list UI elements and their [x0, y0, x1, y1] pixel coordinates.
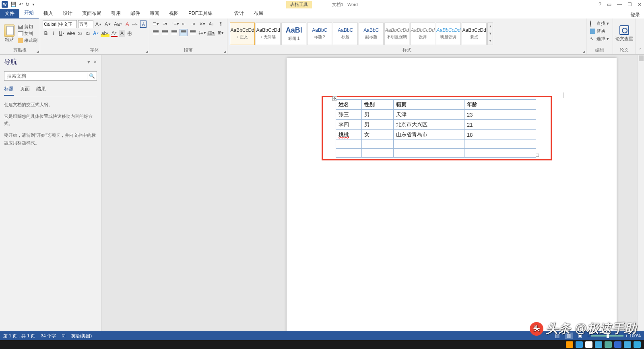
sort-button[interactable]: A↓ — [207, 20, 215, 27]
undo-icon[interactable]: ↶ — [19, 2, 23, 7]
table-resize-handle-icon[interactable] — [536, 154, 539, 157]
style-item[interactable]: AaBbCcDd要点 — [462, 23, 487, 45]
paragraph-launcher-icon[interactable]: ◢ — [223, 49, 226, 53]
text-effects-button[interactable]: A▾ — [92, 30, 99, 37]
tray-icon[interactable] — [566, 341, 573, 348]
nav-tab-pages[interactable]: 页面 — [20, 86, 30, 96]
nav-dropdown-icon[interactable]: ▼ — [87, 60, 91, 65]
shrink-font-button[interactable]: A▼ — [104, 21, 112, 28]
paste-button[interactable]: 粘贴 — [2, 24, 16, 43]
minimize-icon[interactable]: — — [617, 2, 622, 7]
close-icon[interactable]: ✕ — [638, 2, 642, 7]
tray-icon[interactable] — [595, 341, 602, 348]
login-link[interactable]: 登录 — [630, 10, 644, 18]
style-item[interactable]: AaBbCcDd↓ 正文 — [230, 23, 255, 45]
tab-view[interactable]: 视图 — [164, 8, 184, 18]
tab-pdf[interactable]: PDF工具集 — [184, 8, 217, 18]
indent-inc-button[interactable]: ⇥ — [189, 20, 197, 27]
borders-button[interactable]: ⊞▾ — [217, 29, 225, 36]
font-name-select[interactable] — [43, 20, 77, 28]
tab-insert[interactable]: 插入 — [39, 8, 58, 18]
scroll-thumb[interactable] — [639, 55, 644, 61]
clear-format-button[interactable]: A̶ — [124, 21, 130, 28]
grow-font-button[interactable]: A▲ — [95, 21, 103, 28]
style-item[interactable]: AaBbC标题 — [333, 23, 358, 45]
clipboard-launcher-icon[interactable]: ◢ — [36, 49, 39, 53]
highlight-button[interactable]: ab▾ — [101, 30, 109, 37]
nav-search-input[interactable] — [4, 72, 87, 80]
select-button[interactable]: ↖选择▾ — [589, 35, 610, 42]
tray-icon[interactable] — [614, 341, 621, 348]
styles-launcher-icon[interactable]: ◢ — [582, 49, 585, 53]
underline-button[interactable]: U▾ — [58, 30, 65, 37]
style-item[interactable]: AaBbCcDd不明显强调 — [384, 23, 409, 45]
line-spacing-button[interactable]: ‡≡▾ — [198, 29, 206, 36]
collapse-ribbon-icon[interactable]: ⌃ — [636, 18, 644, 54]
multilevel-button[interactable]: ⋮≡▾ — [170, 20, 178, 27]
page-info[interactable]: 第 1 页，共 1 页 — [3, 333, 35, 339]
data-table[interactable]: 姓名 性别 籍贯 年龄 张三男天津23 李四男北京市大兴区21 桃桃女山东省青岛… — [336, 99, 536, 158]
indent-dec-button[interactable]: ⇤ — [180, 20, 188, 27]
bullets-button[interactable]: ☰▾ — [152, 20, 160, 27]
nav-tab-results[interactable]: 结果 — [36, 86, 46, 96]
tray-icon[interactable] — [624, 341, 631, 348]
tab-design[interactable]: 设计 — [58, 8, 77, 18]
nav-tab-headings[interactable]: 标题 — [4, 86, 14, 96]
tab-layout[interactable]: 页面布局 — [77, 8, 106, 18]
format-painter-button[interactable]: 格式刷 — [18, 37, 37, 43]
nav-close-icon[interactable]: ✕ — [93, 60, 97, 65]
tab-review[interactable]: 审阅 — [145, 8, 164, 18]
phonetic-button[interactable]: wén — [132, 21, 139, 28]
ribbon-options-icon[interactable]: ▭ — [607, 2, 611, 7]
align-center-button[interactable] — [161, 29, 169, 36]
replace-button[interactable]: 替换 — [589, 28, 607, 35]
language[interactable]: 英语(美国) — [71, 333, 92, 339]
align-left-button[interactable] — [152, 29, 160, 36]
distribute-button[interactable] — [189, 29, 197, 36]
bold-button[interactable]: B — [43, 30, 49, 37]
maximize-icon[interactable]: ☐ — [627, 2, 632, 7]
proofing-icon[interactable]: ☑ — [62, 333, 66, 339]
italic-button[interactable]: I — [50, 30, 57, 37]
help-icon[interactable]: ? — [599, 2, 601, 7]
tray-icon[interactable] — [634, 341, 641, 348]
document-area[interactable]: ✥ 姓名 性别 籍贯 年龄 张三男天津23 李四男北京市大兴区21 桃桃女山东省… — [101, 55, 644, 340]
save-icon[interactable]: 💾 — [10, 2, 17, 7]
cut-button[interactable]: 剪切 — [18, 24, 37, 30]
thesis-check-button[interactable]: 论文查重 — [615, 25, 633, 42]
tab-file[interactable]: 文件 — [0, 8, 19, 18]
font-launcher-icon[interactable]: ◢ — [145, 49, 148, 53]
numbering-button[interactable]: ≡▾ — [161, 20, 169, 27]
show-marks-button[interactable]: ¶ — [217, 20, 225, 27]
char-shading-button[interactable]: A — [119, 30, 125, 37]
strike-button[interactable]: abc — [66, 30, 76, 37]
change-case-button[interactable]: Aa▾ — [113, 21, 123, 28]
tab-table-layout[interactable]: 布局 — [249, 8, 268, 18]
tab-home[interactable]: 开始 — [19, 8, 39, 18]
shading-button[interactable]: ◫▾ — [207, 29, 215, 36]
superscript-button[interactable]: x2 — [85, 30, 91, 37]
search-icon[interactable]: 🔍 — [87, 73, 97, 79]
styles-scroll[interactable]: ▲▼▾ — [487, 23, 493, 45]
tray-icon[interactable] — [605, 341, 612, 348]
enclose-char-button[interactable]: ㊥ — [126, 30, 133, 37]
font-color-button[interactable]: A▾ — [111, 30, 118, 37]
justify-button[interactable] — [180, 29, 188, 36]
style-item[interactable]: AaBbC副标题 — [359, 23, 384, 45]
tab-mailings[interactable]: 邮件 — [126, 8, 145, 18]
tray-icon[interactable] — [576, 341, 583, 348]
vertical-scrollbar[interactable]: ▲ ▼ — [638, 55, 644, 340]
subscript-button[interactable]: x2 — [77, 30, 83, 37]
style-item[interactable]: AaBl标题 1 — [281, 23, 306, 45]
word-count[interactable]: 34 个字 — [41, 333, 56, 339]
font-size-select[interactable] — [78, 20, 93, 28]
style-item[interactable]: AaBbCcDd明显强调 — [436, 23, 461, 45]
char-border-button[interactable]: A — [140, 21, 147, 28]
redo-icon[interactable]: ↻ — [25, 2, 29, 7]
style-item[interactable]: AaBbC标题 2 — [307, 23, 332, 45]
style-item[interactable]: AaBbCcDd强调 — [410, 23, 435, 45]
tab-table-design[interactable]: 设计 — [229, 8, 249, 18]
tab-references[interactable]: 引用 — [106, 8, 126, 18]
align-right-button[interactable] — [170, 29, 178, 36]
find-button[interactable]: 查找▾ — [589, 20, 610, 27]
